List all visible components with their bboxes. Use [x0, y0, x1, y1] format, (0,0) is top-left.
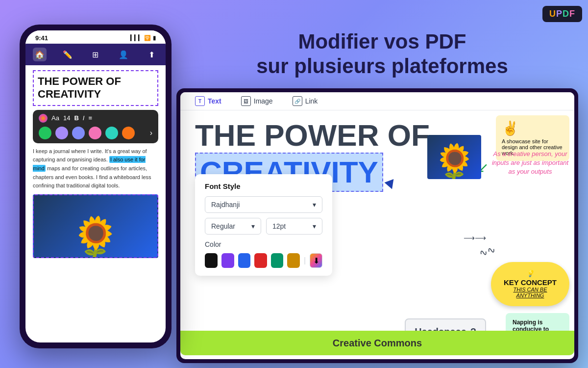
phone-status-icons: ▎▎▎ 🛜 ▮	[130, 35, 156, 41]
color-orange[interactable]	[122, 127, 135, 139]
tablet-tool-link[interactable]: 🔗 Link	[293, 96, 318, 106]
color-indigo[interactable]	[72, 127, 85, 139]
peace-emoji: ✌️	[502, 120, 564, 136]
italic-button[interactable]: I	[83, 114, 85, 122]
creative-italic-text: As a creative person, your inputs are ju…	[491, 150, 569, 177]
color-swatches[interactable]: | ⬇	[205, 253, 322, 268]
logo-u: U	[549, 9, 556, 19]
tablet-toolbar[interactable]: T Text 🖼 Image 🔗 Link	[180, 92, 574, 110]
dropdown-arrow-icon: ▾	[313, 201, 316, 209]
color-purple-swatch[interactable]	[221, 253, 234, 268]
custom-color-picker[interactable]: ⬇	[310, 253, 322, 268]
phone-content: THE POWER OF CREATIVITY Aa 14 B I ≡	[25, 65, 166, 263]
dropdown-size-arrow: ▾	[313, 222, 316, 230]
dropdown-weight-arrow: ▾	[251, 222, 255, 230]
double-arrow-decoration: ⟶⟶	[464, 233, 486, 242]
text-cursor	[385, 179, 397, 191]
sunflower-emoji: 🌻	[433, 145, 476, 179]
color-green[interactable]	[39, 127, 51, 139]
phone-edit-icon[interactable]: ✏️	[61, 48, 74, 61]
phone-user-icon[interactable]: 👤	[117, 48, 130, 61]
creative-commons-text: Creative Commons	[333, 338, 422, 349]
font-size-select[interactable]: 12pt ▾	[266, 218, 322, 235]
color-yellow-swatch[interactable]	[287, 253, 300, 268]
font-size-value: 12pt	[272, 222, 286, 230]
font-family-value: Rajdhanji	[211, 201, 240, 209]
sunflower-tablet-image: 🌻	[427, 135, 481, 179]
image-tool-label: Image	[254, 97, 273, 105]
link-tool-label: Link	[305, 97, 318, 105]
phone-status-bar: 9:41 ▎▎▎ 🛜 ▮	[25, 30, 166, 44]
color-black-swatch[interactable]	[205, 253, 218, 268]
font-weight-value: Regular	[211, 222, 235, 230]
phone-screen: 9:41 ▎▎▎ 🛜 ▮ 🏠 ✏️ ⊞ 👤 ⬆ THE POWER OF CRE…	[25, 30, 166, 342]
font-weight-select[interactable]: Regular ▾	[205, 218, 261, 235]
font-size-label: 14	[63, 114, 70, 122]
updf-logo: UPDF	[542, 6, 582, 22]
creative-commons-bar: Creative Commons	[180, 331, 574, 355]
header-title: Modifier vos PDF sur plusieurs plateform…	[206, 29, 559, 79]
color-blue-swatch[interactable]	[238, 253, 251, 268]
divider: |	[304, 256, 306, 265]
bold-button[interactable]: B	[74, 114, 78, 122]
key-concept-cloud: 💡 KEY CONCEPT This can be anything	[491, 262, 569, 306]
phone-image: 🌻	[33, 194, 158, 258]
image-tool-icon: 🖼	[241, 96, 251, 106]
key-concept-label: KEY CONCEPT	[501, 278, 560, 287]
header-line2: sur plusieurs plateformes	[256, 54, 508, 78]
phone-format-row2: ›	[39, 127, 152, 139]
key-concept-sub: This can be anything	[501, 287, 560, 298]
phone-document-title: THE POWER OF CREATIVITY	[38, 75, 153, 101]
phone-format-row1: Aa 14 B I ≡	[39, 114, 152, 123]
phone-toolbar[interactable]: 🏠 ✏️ ⊞ 👤 ⬆	[25, 44, 166, 65]
phone-time: 9:41	[35, 34, 48, 42]
color-pink[interactable]	[89, 127, 101, 139]
font-panel-title: Font Style	[205, 182, 322, 190]
body-text-part2: maps and for creating outlines for artic…	[33, 165, 151, 188]
header-section: Modifier vos PDF sur plusieurs plateform…	[206, 29, 559, 79]
tablet-screen: T Text 🖼 Image 🔗 Link THE POWER OF CREAT…	[180, 92, 574, 359]
phone-format-bar[interactable]: Aa 14 B I ≡ ›	[33, 110, 158, 143]
color-green-swatch[interactable]	[271, 253, 284, 268]
battery-icon: ▮	[153, 35, 156, 41]
scribble-decoration: ∿∿	[478, 243, 497, 260]
tablet-tool-text[interactable]: T Text	[195, 96, 221, 106]
color-teal[interactable]	[105, 127, 118, 139]
phone-selection-box: THE POWER OF CREATIVITY	[33, 70, 158, 106]
phone-mockup: 9:41 ▎▎▎ 🛜 ▮ 🏠 ✏️ ⊞ 👤 ⬆ THE POWER OF CRE…	[20, 25, 172, 348]
chevron-right-icon[interactable]: ›	[150, 129, 152, 137]
text-tool-label: Text	[208, 97, 221, 105]
link-tool-icon: 🔗	[293, 96, 302, 106]
font-aa-label: Aa	[51, 114, 59, 122]
align-button[interactable]: ≡	[88, 114, 92, 122]
tablet-content: THE POWER OF CREATIVITY Font Style Rajdh…	[180, 110, 574, 355]
sunflower-image: 🌻	[71, 218, 120, 257]
logo-f: F	[569, 9, 575, 19]
color-purple[interactable]	[55, 127, 68, 139]
phone-copy-icon[interactable]: ⊞	[89, 48, 102, 61]
phone-home-icon[interactable]: 🏠	[33, 48, 47, 61]
tablet-tool-image[interactable]: 🖼 Image	[241, 96, 273, 106]
font-style-size-row[interactable]: Regular ▾ 12pt ▾	[205, 218, 322, 235]
logo-d: D	[563, 9, 569, 19]
font-family-select[interactable]: Rajdhanji ▾	[205, 196, 322, 213]
font-style-panel[interactable]: Font Style Rajdhanji ▾ Regular ▾ 12pt ▾	[195, 174, 332, 276]
font-family-row[interactable]: Rajdhanji ▾	[205, 196, 322, 213]
signal-icon: ▎▎▎	[130, 35, 142, 41]
color-red-swatch[interactable]	[254, 253, 267, 268]
logo-p: P	[556, 9, 563, 19]
text-tool-icon: T	[195, 96, 205, 106]
phone-body-text: I keep a journal where I write. It's a g…	[33, 147, 158, 190]
color-section-label: Color	[205, 240, 322, 248]
header-line1: Modifier vos PDF	[298, 30, 466, 53]
phone-share-icon[interactable]: ⬆	[145, 48, 158, 61]
wifi-icon: 🛜	[144, 35, 151, 41]
color-picker-icon[interactable]	[39, 114, 48, 123]
tablet-mockup: T Text 🖼 Image 🔗 Link THE POWER OF CREAT…	[176, 88, 578, 363]
